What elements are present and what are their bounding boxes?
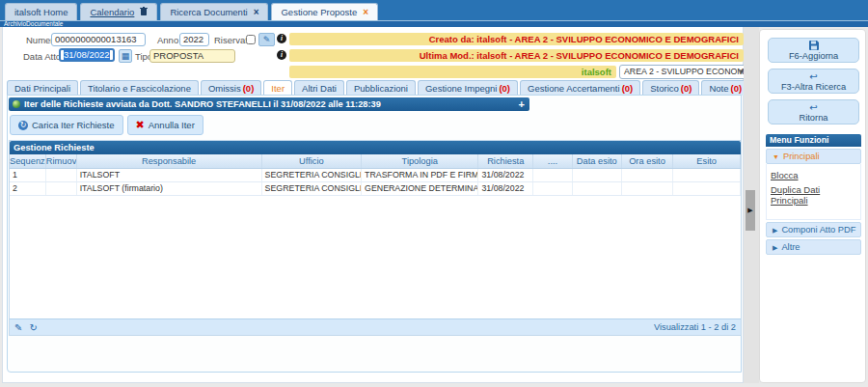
tab-label: Gestione Impegni bbox=[425, 83, 497, 94]
reload-icon[interactable]: ↻ bbox=[29, 322, 37, 333]
tab-omissis[interactable]: Omissis(0) bbox=[201, 80, 261, 96]
tab-label: Note bbox=[709, 83, 728, 94]
save-floppy-icon bbox=[769, 41, 858, 51]
grid-rows: 1ITALSOFTSEGRETERIA CONSIGLIOTRASFORMA I… bbox=[10, 169, 741, 196]
iter-section-title: Iter delle Richieste avviata da Dott. SA… bbox=[24, 99, 381, 109]
window-tab-label: Calendario bbox=[90, 7, 134, 17]
tab-note[interactable]: Note(0) bbox=[701, 80, 749, 96]
refresh-icon: ↻ bbox=[18, 121, 28, 130]
tab-label: Omissis bbox=[208, 83, 241, 94]
tab-label: Pubblicazioni bbox=[354, 83, 408, 94]
caret-right-icon: ▶ bbox=[773, 227, 777, 234]
window-tab-label: Ricerca Documenti bbox=[170, 7, 247, 17]
annulla-iter-button[interactable]: ✖ Annulla Iter bbox=[127, 115, 203, 135]
cancel-icon: ✖ bbox=[136, 119, 145, 131]
column-header-ora-esito[interactable]: Ora esito bbox=[622, 154, 674, 168]
edit-pencil-button[interactable]: ✎ bbox=[258, 33, 275, 46]
menu-link-duplica-dati-principali[interactable]: Duplica Dati Principali bbox=[771, 184, 855, 206]
accordion-componi-atto-pdf[interactable]: ▶Componi Atto PDF bbox=[766, 222, 861, 237]
tab-label: Iter bbox=[271, 83, 285, 94]
table-cell bbox=[573, 169, 622, 181]
tab-storico[interactable]: Storico(0) bbox=[642, 80, 699, 96]
column-header--[interactable]: .... bbox=[533, 154, 573, 168]
expand-plus-icon[interactable]: + bbox=[519, 97, 525, 111]
back-arrow-icon: ↩ bbox=[769, 71, 858, 82]
iter-toolbar: ↻ Carica Iter Richieste ✖ Annulla Iter bbox=[10, 115, 203, 136]
accordion-body: BloccaDuplica Dati Principali bbox=[766, 164, 861, 220]
table-cell bbox=[622, 169, 674, 181]
tab-count-badge: (0) bbox=[243, 83, 255, 94]
window-tab-gestione-proposte[interactable]: Gestione Proposte× bbox=[271, 3, 378, 20]
grid-title: Gestione Richieste bbox=[10, 141, 741, 154]
table-cell bbox=[533, 182, 573, 195]
caret-down-icon: ▼ bbox=[773, 153, 779, 160]
window-tab-ricerca-documenti[interactable]: Ricerca Documenti× bbox=[160, 3, 268, 20]
iter-status-icon bbox=[13, 100, 20, 108]
table-cell bbox=[573, 182, 622, 195]
tipo-input[interactable]: PROPOSTA bbox=[149, 49, 235, 63]
anno-input[interactable]: 2022 bbox=[179, 33, 209, 46]
table-cell bbox=[673, 169, 741, 181]
accordion-label: Principali bbox=[783, 152, 820, 161]
info-icon[interactable]: i bbox=[277, 50, 286, 60]
area-select[interactable]: AREA 2 - SVILUPPO ECONOMICO E▾ bbox=[619, 65, 746, 79]
column-header-esito[interactable]: Esito bbox=[673, 154, 741, 168]
carica-iter-button[interactable]: ↻ Carica Iter Richieste bbox=[10, 115, 123, 135]
table-cell: SEGRETERIA CONSIGLIO bbox=[262, 169, 362, 181]
menu-link-blocca[interactable]: Blocca bbox=[771, 170, 855, 180]
sidebar-button-label: F6-Aggiorna bbox=[789, 51, 838, 61]
workspace: Numero 0000000000013163 Anno 2022 Riserv… bbox=[0, 27, 868, 387]
calendar-icon: ▦ bbox=[122, 51, 130, 61]
table-cell bbox=[46, 182, 77, 195]
pagination-status: Visualizzati 1 - 2 di 2 bbox=[654, 322, 736, 332]
table-cell: ITALSOFT (firmatario) bbox=[77, 182, 262, 195]
caret-right-icon: ▶ bbox=[773, 244, 777, 251]
window-tab-italsoft-home[interactable]: italsoft Home bbox=[5, 3, 77, 20]
tab-altri-dati[interactable]: Altri Dati bbox=[294, 80, 344, 96]
close-icon[interactable]: × bbox=[363, 7, 368, 17]
trash-icon[interactable] bbox=[140, 7, 148, 17]
column-header-richiesta[interactable]: Richiesta bbox=[478, 154, 533, 168]
riservato-checkbox[interactable] bbox=[246, 35, 256, 44]
tab-dati-principali[interactable]: Dati Principali bbox=[7, 80, 78, 96]
close-icon[interactable]: × bbox=[254, 7, 259, 17]
column-header-tipologia[interactable]: Tipologia bbox=[362, 154, 478, 168]
back-arrow-icon: ↩ bbox=[769, 102, 858, 113]
column-header-ufficio[interactable]: Ufficio bbox=[262, 154, 362, 168]
column-header-rimuovi[interactable]: Rimuovi bbox=[46, 154, 77, 168]
sidebar-button-ritorna[interactable]: ↩Ritorna bbox=[768, 99, 859, 124]
menu-funzioni-title: Menu Funzioni bbox=[766, 134, 861, 147]
tab-iter[interactable]: Iter bbox=[263, 80, 292, 96]
window-tab-label: Gestione Proposte bbox=[281, 7, 357, 17]
tab-label: Dati Principali bbox=[14, 83, 70, 94]
info-icon[interactable]: i bbox=[277, 34, 286, 43]
column-header-sequenza[interactable]: Sequenza bbox=[10, 154, 46, 168]
sidebar-button-f6-aggiorna[interactable]: F6-Aggiorna bbox=[768, 38, 859, 63]
tab-label: Storico bbox=[650, 83, 679, 94]
accordion-principali[interactable]: ▼Principali bbox=[766, 149, 861, 164]
table-row[interactable]: 1ITALSOFTSEGRETERIA CONSIGLIOTRASFORMA I… bbox=[10, 169, 741, 182]
tab-gestione-accertamenti[interactable]: Gestione Accertamenti(0) bbox=[520, 80, 640, 96]
table-cell bbox=[533, 169, 573, 181]
table-cell: 31/08/2022 bbox=[478, 182, 533, 195]
table-cell: ITALSOFT bbox=[77, 169, 262, 181]
tab-titolario-e-fascicolazione[interactable]: Titolario e Fascicolazione bbox=[80, 80, 199, 96]
gestione-richieste-grid: Gestione Richieste SequenzaRimuoviRespon… bbox=[9, 140, 742, 336]
iter-section-header: Iter delle Richieste avviata da Dott. SA… bbox=[9, 97, 529, 111]
ultima-mod-banner: Ultima Mod.: italsoft - AREA 2 - SVILUPP… bbox=[289, 49, 744, 62]
window-tab-calendario[interactable]: Calendario bbox=[80, 3, 157, 20]
column-header-responsabile[interactable]: Responsabile bbox=[77, 154, 262, 168]
calendar-button[interactable]: ▦ bbox=[119, 49, 132, 63]
main-panel: Numero 0000000000013163 Anno 2022 Riserv… bbox=[2, 27, 744, 383]
column-header-data-esito[interactable]: Data esito bbox=[573, 154, 622, 168]
numero-input[interactable]: 0000000000013163 bbox=[51, 33, 146, 46]
edit-pencil-icon[interactable]: ✎ bbox=[14, 322, 22, 333]
table-cell: SEGRETERIA CONSIGLIO bbox=[262, 182, 362, 195]
tab-gestione-impegni[interactable]: Gestione Impegni(0) bbox=[418, 80, 518, 96]
data-atto-input[interactable]: 31/08/2022 bbox=[59, 48, 115, 62]
splitter-handle[interactable]: ▶ bbox=[746, 190, 755, 231]
accordion-altre[interactable]: ▶Altre bbox=[766, 239, 861, 255]
sidebar-button-f3-altra-ricerca[interactable]: ↩F3-Altra Ricerca bbox=[768, 69, 859, 94]
table-row[interactable]: 2ITALSOFT (firmatario)SEGRETERIA CONSIGL… bbox=[10, 182, 741, 196]
tab-pubblicazioni[interactable]: Pubblicazioni bbox=[346, 80, 416, 96]
